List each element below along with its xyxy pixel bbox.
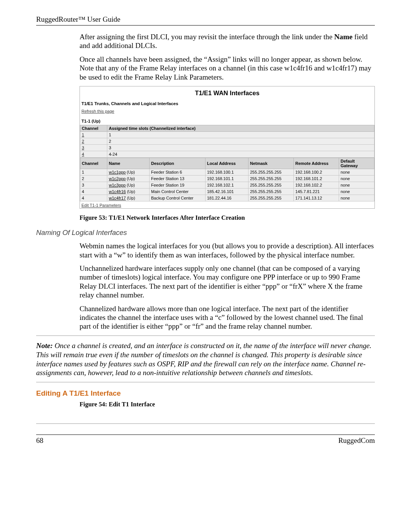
if-name-link[interactable]: w1c2ppp <box>109 176 126 181</box>
if-mask: 255.255.255.255 <box>249 189 294 195</box>
para-naming1: Webmin names the logical interfaces for … <box>80 241 375 259</box>
footer: 68 RuggedCom <box>36 435 375 445</box>
if-name-cell: w1c4fr16 (Up) <box>107 189 150 195</box>
if-mask: 255.255.255.255 <box>249 169 294 176</box>
if-hdr-remote: Remote Address <box>294 158 339 169</box>
if-local: 192.168.101.1 <box>206 176 249 182</box>
divider <box>36 335 375 336</box>
para1a: After assigning the first DLCI, you may … <box>80 33 334 41</box>
table-row: 1 w1c1ppp (Up) Feeder Station 6 192.168.… <box>80 169 374 176</box>
if-status: (Up) <box>127 196 135 200</box>
if-ch: 1 <box>80 169 107 176</box>
edit-t1-link[interactable]: Edit T1-1 Parameters <box>80 202 121 208</box>
table-row: 11 <box>80 132 374 138</box>
if-desc: Feeder Station 13 <box>150 176 206 182</box>
fig53-subtitle: T1/E1 Trunks, Channels and Logical Inter… <box>80 101 374 107</box>
if-gw: none <box>339 176 374 182</box>
if-mask: 255.255.255.255 <box>249 176 294 182</box>
if-remote: 192.168.100.2 <box>294 169 339 176</box>
figure53-container: T1/E1 WAN Interfaces T1/E1 Trunks, Chann… <box>80 86 375 209</box>
channel-link[interactable]: 4 <box>80 151 107 158</box>
if-hdr-gw: Default Gateway <box>339 158 374 169</box>
footer-brand: RuggedCom <box>338 436 375 445</box>
channel-link[interactable]: 1 <box>80 132 107 138</box>
if-gw: none <box>339 195 374 201</box>
note-block: Note: Once a channel is created, and an … <box>36 341 375 377</box>
if-desc: Backup Control Center <box>150 195 206 201</box>
if-status: (Up) <box>127 170 135 174</box>
if-hdr-local: Local Address <box>206 158 249 169</box>
page-number: 68 <box>36 436 43 445</box>
channels-table: Channel Assigned time slots (Channelized… <box>80 125 374 158</box>
if-name-link[interactable]: w1c1ppp <box>109 170 126 174</box>
if-status: (Up) <box>127 183 135 187</box>
slots-cell: 3 <box>107 145 374 151</box>
if-status: (Up) <box>127 176 135 181</box>
divider <box>36 382 375 382</box>
main-heading-editing: Editing A T1/E1 Interface <box>36 389 375 398</box>
table-row: 2 w1c2ppp (Up) Feeder Station 13 192.168… <box>80 176 374 182</box>
trunk-label: T1-1 (Up) <box>80 117 374 125</box>
fig54-caption: Figure 54: Edit T1 Interface <box>80 401 375 408</box>
if-gw: none <box>339 182 374 189</box>
table-row: 44-24 <box>80 151 374 158</box>
fig53-caption: Figure 53: T1/E1 Network Interfaces Afte… <box>80 214 375 222</box>
doc-header: RuggedRouter™ User Guide <box>36 15 120 23</box>
if-name-link[interactable]: w1c3ppp <box>109 183 126 187</box>
note-label: Note: <box>36 342 53 350</box>
if-ch: 4 <box>80 195 107 201</box>
note-body: Once a channel is created, and an interf… <box>36 342 371 377</box>
slots-cell: 4-24 <box>107 151 374 158</box>
if-ch: 4 <box>80 189 107 195</box>
slots-cell: 1 <box>107 132 374 138</box>
para-assign: Once all channels have been assigned, th… <box>80 55 375 81</box>
if-name-cell: w1c2ppp (Up) <box>107 176 150 182</box>
if-hdr-desc: Description <box>150 158 206 169</box>
interfaces-table: Channel Name Description Local Address N… <box>80 158 374 201</box>
if-hdr-mask: Netmask <box>249 158 294 169</box>
if-desc: Feeder Station 19 <box>150 182 206 189</box>
para-naming2: Unchannelized hardware interfaces supply… <box>80 264 375 300</box>
if-local: 192.168.100.1 <box>206 169 249 176</box>
if-desc: Main Control Center <box>150 189 206 195</box>
channels-hdr-ch: Channel <box>80 125 107 132</box>
divider <box>36 423 375 424</box>
table-row: 22 <box>80 138 374 145</box>
if-remote: 145.7.81.221 <box>294 189 339 195</box>
channel-link[interactable]: 3 <box>80 145 107 151</box>
channels-hdr-slots: Assigned time slots (Channelized interfa… <box>107 125 374 132</box>
channel-link[interactable]: 2 <box>80 138 107 145</box>
if-status: (Up) <box>127 189 135 194</box>
if-mask: 255.255.255.255 <box>249 195 294 201</box>
slots-cell: 2 <box>107 138 374 145</box>
refresh-link[interactable]: Refresh this page <box>80 109 114 113</box>
fig53-title: T1/E1 WAN Interfaces <box>80 86 374 101</box>
if-name-cell: w1c1ppp (Up) <box>107 169 150 176</box>
if-local: 185.42.16.101 <box>206 189 249 195</box>
if-gw: none <box>339 189 374 195</box>
if-local: 181.22.44.16 <box>206 195 249 201</box>
if-ch: 2 <box>80 176 107 182</box>
if-desc: Feeder Station 6 <box>150 169 206 176</box>
para1b: Name <box>334 33 352 41</box>
para-dlci: After assigning the first DLCI, you may … <box>80 32 375 50</box>
para-naming3: Channelized hardware allows more than on… <box>80 304 375 331</box>
if-remote: 192.168.101.2 <box>294 176 339 182</box>
if-name-link[interactable]: w1c4fr17 <box>109 196 126 200</box>
if-ch: 3 <box>80 182 107 189</box>
sub-heading-naming: Naming Of Logical Interfaces <box>36 228 375 237</box>
if-name-cell: w1c4fr17 (Up) <box>107 195 150 201</box>
if-gw: none <box>339 169 374 176</box>
if-local: 192.168.102.1 <box>206 182 249 189</box>
if-remote: 192.168.102.2 <box>294 182 339 189</box>
table-row: 33 <box>80 145 374 151</box>
table-row: 4 w1c4fr17 (Up) Backup Control Center 18… <box>80 195 374 201</box>
if-remote: 171.141.13.12 <box>294 195 339 201</box>
if-mask: 255.255.255.255 <box>249 182 294 189</box>
if-name-link[interactable]: w1c4fr16 <box>109 189 126 194</box>
table-row: 4 w1c4fr16 (Up) Main Control Center 185.… <box>80 189 374 195</box>
if-name-cell: w1c3ppp (Up) <box>107 182 150 189</box>
if-hdr-name: Name <box>107 158 150 169</box>
if-hdr-ch: Channel <box>80 158 107 169</box>
table-row: 3 w1c3ppp (Up) Feeder Station 19 192.168… <box>80 182 374 189</box>
